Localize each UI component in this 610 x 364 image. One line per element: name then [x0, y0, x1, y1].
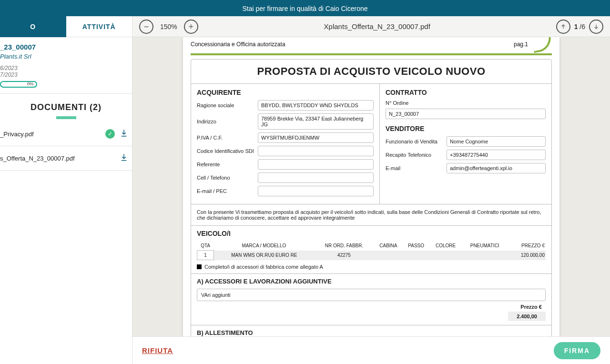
field-vend-email: admin@offerteagenti.xpl.io — [447, 163, 546, 173]
page-down-button[interactable] — [589, 20, 603, 34]
field-nordine: N_23_00007 — [386, 109, 546, 119]
field-email — [258, 186, 374, 196]
field-cell — [258, 172, 374, 183]
download-icon[interactable] — [120, 153, 128, 163]
field-sdi — [258, 146, 374, 156]
date-1: 6/2023 — [0, 65, 132, 71]
field-piva: WYSRTMUBFDJIENMW — [258, 132, 374, 143]
viewer-toolbar: − 150% + Xplants_Offerta_N_23_00007.pdf … — [132, 16, 610, 37]
page-total: /6 — [580, 23, 585, 30]
page-current: 1 — [574, 23, 578, 30]
file-title: Xplants_Offerta_N_23_00007.pdf — [203, 22, 551, 30]
tab-left[interactable]: O — [0, 16, 66, 37]
section-b-title: B) ALLESTIMENTO — [197, 329, 546, 336]
field-funzionario: Nome Cognome — [447, 136, 546, 147]
section-a-text: VAri aggiunti — [197, 289, 546, 301]
documents-title: DOCUMENTI (2) — [0, 102, 132, 112]
field-referente — [258, 159, 374, 170]
progress-bar: 0% — [0, 81, 37, 88]
page-up-button[interactable] — [556, 20, 570, 34]
field-recapito: +393487275440 — [447, 150, 546, 160]
document-item[interactable]: s_Offerta_N_23_00007.pdf — [0, 146, 132, 171]
checkbox-icon — [197, 264, 202, 269]
pdf-page: Concessionaria e Officina autorizzata pa… — [183, 37, 559, 336]
field-indirizzo: 78959 Brekke Via, 23347 East Julianneber… — [258, 113, 374, 130]
veicolo-table: QTA MARCA / MODELLO NR ORD. FABBR. CABIN… — [197, 241, 546, 260]
pdf-page-num: pag.1 — [514, 41, 528, 48]
pdf-viewer[interactable]: Concessionaria e Officina autorizzata pa… — [132, 37, 610, 336]
field-ragione: BBYDD, BWLYSTDDDY WND SHYDLDS — [258, 100, 374, 111]
logo-swoosh — [532, 37, 553, 53]
pdf-disclaimer: Con la presente Vi trasmettiamo proposta… — [191, 204, 551, 225]
zoom-out-button[interactable]: − — [139, 20, 153, 34]
progress-percent: 0% — [27, 81, 33, 86]
document-item[interactable]: _Privacy.pdf ✓ — [0, 122, 132, 146]
dossier-subtitle: Plants.it Srl — [0, 53, 132, 60]
pdf-header-left: Concessionaria e Officina autorizzata — [191, 41, 285, 48]
date-2: 7/2023 — [0, 71, 132, 78]
dossier-title: _23_00007 — [0, 43, 132, 51]
zoom-value: 150% — [160, 23, 177, 30]
sidebar: O ATTIVITÀ _23_00007 Plants.it Srl 6/202… — [0, 16, 132, 364]
document-name: s_Offerta_N_23_00007.pdf — [0, 155, 75, 162]
price-value: 2.400,00 — [508, 312, 546, 321]
download-icon[interactable] — [120, 129, 128, 139]
price-label: Prezzo € — [520, 304, 542, 310]
venditore-title: VENDITORE — [386, 125, 546, 132]
sign-button[interactable]: FIRMA — [554, 342, 600, 359]
acquirente-title: ACQUIRENTE — [197, 89, 374, 96]
tab-activity[interactable]: ATTIVITÀ — [66, 16, 132, 37]
pdf-title: PROPOSTA DI ACQUISTO VEICOLO NUOVO — [191, 60, 551, 83]
signing-banner: Stai per firmare in qualità di Caio Cice… — [0, 1, 610, 16]
check-icon: ✓ — [105, 129, 115, 139]
veicolo-note: Completo/i di accessori di fabbrica come… — [204, 264, 323, 270]
contratto-title: CONTRATTO — [386, 89, 546, 96]
veicolo-title: VEICOLO/I — [197, 230, 546, 237]
section-a-title: A) ACCESSORI E LAVORAZIONI AGGIUNTIVE — [197, 278, 546, 285]
document-name: _Privacy.pdf — [0, 131, 34, 138]
zoom-in-button[interactable]: + — [184, 20, 198, 34]
reject-button[interactable]: RIFIUTA — [142, 346, 173, 354]
